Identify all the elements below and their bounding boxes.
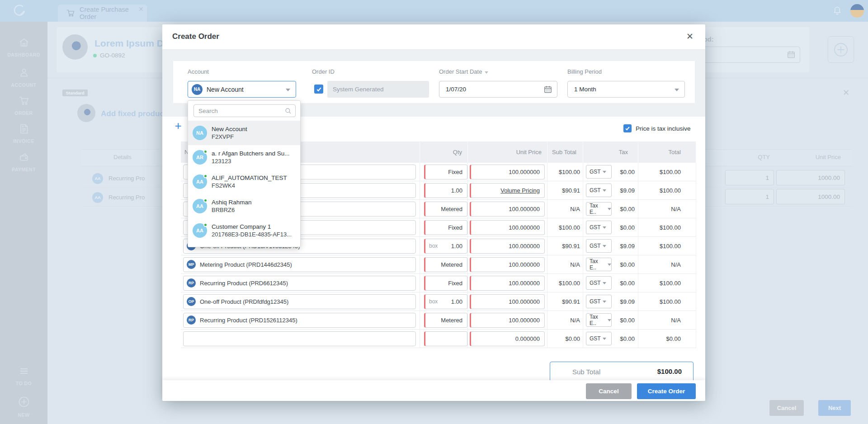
bg-qty-input[interactable]: 1 — [725, 189, 774, 204]
product-name-input[interactable]: OP One-off Product (PRDfdfdg12345) — [183, 294, 416, 309]
tax-amount: $9.09 — [620, 187, 635, 194]
account-option-name: ALIF_AUTOMATION_TEST — [212, 174, 287, 182]
tax-select[interactable]: Tax E.. — [586, 313, 612, 327]
tax-option-value: GST — [590, 169, 601, 175]
order-start-date-input[interactable]: 1/07/20 — [439, 81, 557, 98]
qty-input[interactable]: 1.00 — [424, 183, 467, 198]
tax-inclusive-checkbox[interactable] — [623, 124, 632, 132]
tab-close-icon[interactable]: ✕ — [138, 5, 144, 13]
sub-total-cell: $90.91 — [547, 181, 583, 199]
tax-select[interactable]: GST — [586, 165, 612, 179]
order-line-row: RP Recurring Product (PRD1526112345) Met… — [181, 311, 696, 330]
notifications-bell-icon[interactable] — [832, 6, 842, 16]
tax-select[interactable]: Tax E.. — [586, 202, 612, 216]
user-avatar[interactable] — [850, 4, 864, 18]
unit-price-value: 100.000000 — [509, 298, 540, 305]
qty-input[interactable]: Fixed — [424, 165, 467, 179]
sidebar-item-payment[interactable]: PAYMENT — [0, 151, 47, 172]
product-name-input[interactable]: RP Recurring Product (PRD1526112345) — [183, 313, 416, 328]
unit-price-input[interactable]: 100.000000 — [470, 294, 545, 309]
unit-price-value: 100.000000 — [509, 243, 540, 250]
unit-price-input[interactable]: Volume Pricing — [470, 183, 545, 198]
account-select[interactable]: NA New Account — [188, 81, 296, 98]
product-name: Recurring Product (PRD6612345) — [200, 280, 288, 287]
order-id-input[interactable] — [327, 81, 429, 98]
account-option-list: NA New Account F2XVPF AR a. r Afgan — [188, 121, 300, 243]
sub-total-label: Sub Total — [572, 368, 600, 376]
bg-next-button[interactable]: Next — [818, 400, 851, 416]
product-name-input[interactable]: MP Metering Product (PRD1446d2345) — [183, 257, 416, 272]
total-cell: N/A — [638, 255, 696, 273]
tax-select[interactable]: GST — [586, 184, 612, 197]
add-card-button[interactable] — [828, 36, 854, 63]
sidebar-item-order[interactable]: ORDER — [0, 95, 47, 116]
qty-input[interactable]: Metered — [424, 202, 467, 217]
tax-option-value: GST — [590, 335, 601, 342]
product-badge: RP — [187, 278, 196, 287]
cancel-button[interactable]: Cancel — [586, 383, 632, 399]
search-icon — [285, 108, 292, 114]
total-cell: N/A — [638, 311, 696, 329]
unit-price-input[interactable]: 100.000000 — [470, 257, 545, 272]
bg-unit-price-input[interactable]: 1000.00 — [776, 170, 845, 185]
add-line-button[interactable]: + — [171, 119, 185, 133]
unit-price-input[interactable]: 100.000000 — [470, 165, 545, 179]
account-option[interactable]: AR a. r Afgan Butchers and Su... 123123 — [188, 145, 300, 170]
sidebar-item-todo[interactable]: TO DO — [0, 365, 47, 386]
chevron-down-icon — [608, 264, 611, 266]
account-option-name: New Account — [212, 125, 247, 133]
unit-price-input[interactable]: 100.000000 — [470, 220, 545, 235]
qty-input[interactable]: Fixed — [424, 276, 467, 291]
tax-select[interactable]: GST — [586, 332, 612, 345]
app-logo-icon[interactable] — [12, 3, 27, 19]
qty-input[interactable] — [424, 331, 467, 346]
qty-input[interactable]: Fixed — [424, 220, 467, 235]
account-option[interactable]: AA Ashiq Rahman BRBRZ6 — [188, 194, 300, 218]
bg-cancel-button[interactable]: Cancel — [769, 400, 804, 416]
product-name-input[interactable] — [183, 331, 416, 346]
unit-price-input[interactable]: 100.000000 — [470, 313, 545, 328]
account-option[interactable]: AA Customer Company 1 201768E3-DB1E-4835… — [188, 218, 300, 243]
billing-period-select[interactable]: 1 Month — [567, 81, 685, 98]
unit-price-input[interactable]: 100.000000 — [470, 239, 545, 254]
tax-option-value: Tax E.. — [590, 203, 606, 215]
tax-select[interactable]: GST — [586, 239, 612, 253]
bg-qty-input[interactable]: 1 — [725, 170, 774, 185]
qty-input[interactable]: box 1.00 — [424, 239, 467, 254]
unit-price-input[interactable]: 100.000000 — [470, 202, 545, 217]
online-dot — [203, 150, 208, 154]
sidebar-item-account[interactable]: ACCOUNT — [0, 67, 47, 88]
sidebar-item-invoice[interactable]: INVOICE — [0, 123, 47, 144]
sidebar-item-dashboard[interactable]: DASHBOARD — [0, 37, 47, 57]
modal-close-icon[interactable]: ✕ — [686, 31, 693, 42]
account-option[interactable]: NA New Account F2XVPF — [188, 121, 300, 145]
bg-unit-price-input[interactable]: 1000.00 — [776, 189, 845, 204]
sidebar-item-new[interactable]: NEW — [0, 395, 47, 418]
bg-row-name: Recurring Pro — [108, 175, 145, 182]
order-id-checkbox[interactable] — [314, 85, 323, 94]
unit-price-input[interactable]: 100.000000 — [470, 276, 545, 291]
modal-title: Create Order — [172, 32, 219, 41]
unit-price-value: 0.000000 — [515, 335, 540, 342]
account-option[interactable]: AA ALIF_AUTOMATION_TEST FS2WK4 — [188, 170, 300, 194]
app-root: Create Purchase Order ✕ DASHBOARD — [0, 0, 868, 424]
product-name-input[interactable]: RP Recurring Product (PRD6612345) — [183, 276, 416, 291]
tab-create-purchase-order[interactable]: Create Purchase Order — [58, 5, 147, 22]
create-order-button[interactable]: Create Order — [637, 383, 696, 399]
sub-total-cell: $90.91 — [547, 237, 583, 255]
qty-input[interactable]: Metered — [424, 313, 467, 328]
tax-select[interactable]: GST — [586, 221, 612, 234]
tax-select[interactable]: GST — [586, 295, 612, 308]
qty-value: 1.00 — [429, 187, 462, 194]
search-input[interactable] — [193, 104, 296, 117]
qty-value: 1.00 — [438, 298, 462, 305]
total-cell: $100.00 — [638, 218, 696, 236]
tax-option-value: GST — [590, 224, 601, 231]
tax-select[interactable]: Tax E.. — [586, 258, 612, 271]
qty-input[interactable]: box 1.00 — [424, 294, 467, 309]
unit-price-input[interactable]: 0.000000 — [470, 331, 545, 346]
qty-input[interactable]: Metered — [424, 257, 467, 272]
section-close-icon[interactable]: ✕ — [843, 88, 849, 98]
calendar-icon[interactable] — [543, 85, 552, 94]
tax-select[interactable]: GST — [586, 276, 612, 290]
